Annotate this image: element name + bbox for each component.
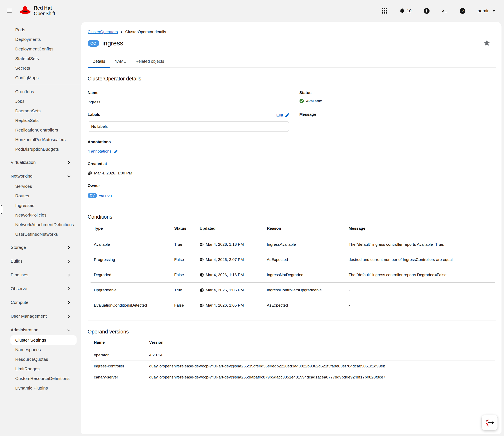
sidebar-group-storage[interactable]: Storage	[0, 242, 81, 253]
pencil-icon[interactable]	[113, 149, 117, 153]
chevron-down-icon	[492, 10, 495, 12]
help-button[interactable]: ?	[460, 8, 466, 14]
bell-icon	[400, 8, 405, 14]
chevron-right-icon	[67, 301, 71, 304]
page-title: ingress	[103, 40, 123, 47]
condition-message: The "default" ingress controller reports…	[345, 267, 495, 283]
operand-version: quay.io/openshift-release-dev/ocp-v4.0-a…	[146, 361, 495, 372]
name-value: ingress	[88, 100, 289, 104]
operand-name: ingress-controller	[91, 361, 146, 372]
condition-status: False	[171, 252, 196, 267]
resource-badge-cv: CV	[88, 193, 97, 198]
sidebar-group-pipelines[interactable]: Pipelines	[0, 270, 81, 280]
sidebar-item-secrets[interactable]: Secrets	[0, 63, 81, 73]
tab-bar: Details YAML Related objects	[88, 56, 496, 68]
col-updated: Updated	[196, 222, 263, 237]
sidebar-item-statefulsets[interactable]: StatefulSets	[0, 54, 81, 63]
condition-updated: Mar 4, 2026, 1:16 PM	[196, 267, 263, 283]
sidebar-group-user-management[interactable]: User Management	[0, 311, 81, 322]
operand-versions-table: Name Version operator 4.20.14 ingress-co…	[91, 336, 495, 383]
condition-updated: Mar 4, 2026, 1:16 PM	[196, 237, 263, 252]
tab-details[interactable]: Details	[88, 56, 110, 68]
app-launcher-icon[interactable]	[382, 8, 387, 14]
breadcrumb-clusteroperators-link[interactable]: ClusterOperators	[88, 30, 118, 34]
sidebar-item-networkattachmentdefinitions[interactable]: NetworkAttachmentDefinitions	[0, 220, 81, 229]
globe-icon	[88, 171, 92, 175]
col-status: Status	[171, 222, 196, 237]
favorite-star-icon[interactable]	[484, 40, 490, 47]
svg-text:?: ?	[461, 9, 464, 13]
sidebar-item-customresourcedefinitions[interactable]: CustomResourceDefinitions	[0, 374, 81, 383]
sidebar-item-ingresses[interactable]: Ingresses	[0, 201, 81, 210]
sidebar-divider	[10, 85, 81, 85]
sidebar-item-pods[interactable]: Pods	[0, 25, 81, 35]
sidebar-item-poddisruptionbudgets[interactable]: PodDisruptionBudgets	[0, 145, 81, 154]
condition-reason: IngressAvailable	[263, 237, 345, 252]
sidebar-item-replicationcontrollers[interactable]: ReplicationControllers	[0, 125, 81, 135]
labels-empty-box: No labels	[88, 121, 289, 132]
sidebar-item-cronjobs[interactable]: CronJobs	[0, 87, 81, 97]
sidebar-item-cluster-settings[interactable]: Cluster Settings	[10, 335, 76, 345]
operand-versions-heading: Operand versions	[88, 329, 495, 335]
conditions-table: Type Status Updated Reason Message Avail…	[91, 222, 495, 313]
sidebar-item-daemonsets[interactable]: DaemonSets	[0, 106, 81, 116]
col-type: Type	[91, 222, 171, 237]
brand-line2: OpenShift	[34, 11, 55, 17]
lightspeed-button[interactable]	[481, 415, 498, 431]
web-terminal-button[interactable]: >_	[442, 8, 448, 14]
details-section: ClusterOperator details Name ingress Lab…	[88, 68, 496, 206]
sidebar-item-dynamic-plugins[interactable]: Dynamic Plugins	[0, 383, 81, 393]
sidebar-nav: Pods Deployments DeploymentConfigs State…	[0, 22, 81, 436]
labels-edit-button[interactable]: Edit	[276, 113, 289, 118]
sidebar-item-resourcequotas[interactable]: ResourceQuotas	[0, 354, 81, 364]
sidebar-item-networkpolicies[interactable]: NetworkPolicies	[0, 210, 81, 220]
notifications-button[interactable]: 10	[400, 8, 411, 14]
sidebar-item-routes[interactable]: Routes	[0, 191, 81, 201]
condition-reason: IngressNotDegraded	[263, 267, 345, 283]
sidebar-group-administration[interactable]: Administration	[0, 325, 81, 335]
col-reason: Reason	[263, 222, 345, 237]
sidebar-item-limitranges[interactable]: LimitRanges	[0, 364, 81, 374]
quick-create-button[interactable]	[424, 8, 430, 14]
sidebar-item-services[interactable]: Services	[0, 182, 81, 191]
chevron-down-icon	[67, 328, 71, 332]
brand: Red Hat OpenShift	[19, 5, 55, 17]
condition-reason: AsExpected	[263, 298, 345, 313]
sidebar-group-compute[interactable]: Compute	[0, 297, 81, 308]
user-menu[interactable]: admin	[478, 8, 495, 13]
sidebar-item-jobs[interactable]: Jobs	[0, 97, 81, 106]
sidebar-item-replicasets[interactable]: ReplicaSets	[0, 116, 81, 125]
table-row: Degraded False Mar 4, 2026, 1:16 PM Ingr…	[91, 267, 495, 283]
brand-text: Red Hat OpenShift	[34, 5, 55, 17]
conditions-header-row: Type Status Updated Reason Message	[91, 222, 495, 237]
redhat-logo-icon	[19, 6, 31, 16]
tab-related-objects[interactable]: Related objects	[131, 56, 169, 68]
tab-yaml[interactable]: YAML	[110, 56, 131, 68]
condition-type: EvaluationConditionsDetected	[91, 298, 171, 313]
sidebar-item-horizontalpodautoscalers[interactable]: HorizontalPodAutoscalers	[0, 135, 81, 145]
sidebar-group-virtualization[interactable]: Virtualization	[0, 157, 81, 168]
sidebar-item-deploymentconfigs[interactable]: DeploymentConfigs	[0, 44, 81, 54]
annotations-link[interactable]: 4 annotations	[88, 149, 112, 154]
operand-name: canary-server	[91, 372, 146, 383]
status-value: Available	[306, 99, 322, 103]
sidebar-group-networking[interactable]: Networking	[0, 171, 81, 182]
sidebar-group-observe[interactable]: Observe	[0, 283, 81, 294]
sidebar-item-namespaces[interactable]: Namespaces	[0, 345, 81, 354]
table-row: operator 4.20.14	[91, 350, 495, 361]
sidebar-item-configmaps[interactable]: ConfigMaps	[0, 73, 81, 82]
sidebar-group-builds[interactable]: Builds	[0, 256, 81, 267]
details-heading: ClusterOperator details	[88, 76, 495, 82]
globe-icon	[200, 273, 204, 277]
globe-icon	[200, 288, 204, 292]
conditions-heading: Conditions	[88, 214, 495, 220]
message-label: Message	[299, 112, 316, 117]
created-at-value: Mar 4, 2026, 1:00 PM	[94, 171, 132, 175]
condition-type: Upgradeable	[91, 283, 171, 298]
owner-version-link[interactable]: version	[99, 193, 112, 198]
sidebar-item-deployments[interactable]: Deployments	[0, 35, 81, 44]
sidebar-item-userdefinednetworks[interactable]: UserDefinedNetworks	[0, 229, 81, 239]
nav-toggle-button[interactable]	[7, 9, 12, 13]
globe-icon	[200, 242, 204, 246]
condition-type: Degraded	[91, 267, 171, 283]
